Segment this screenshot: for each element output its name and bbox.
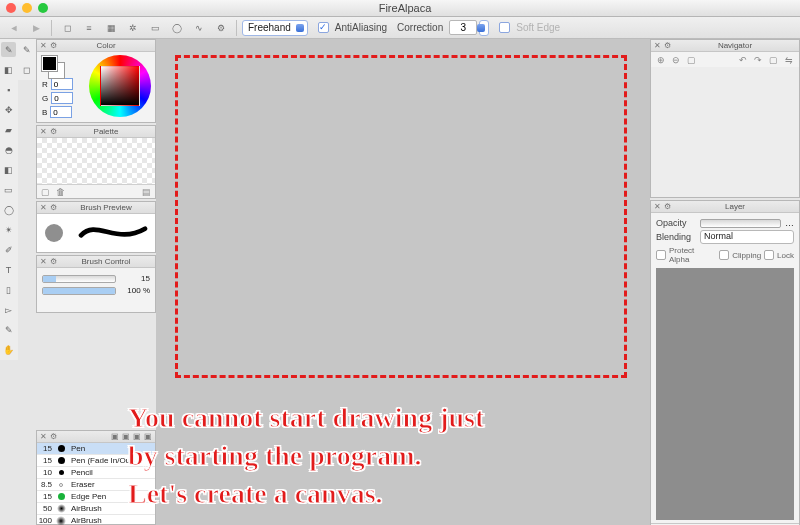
panel-header[interactable]: ✕ ⚙ Palette (37, 126, 155, 138)
blending-label: Blending (656, 232, 696, 242)
bucket-tool[interactable]: ◓ (1, 142, 16, 157)
correction-stepper[interactable] (479, 20, 489, 36)
brush-size-value: 15 (120, 274, 150, 283)
snap-parallel-icon[interactable]: ≡ (79, 19, 99, 37)
brush-tool-alt[interactable]: ✎ (19, 42, 34, 57)
dot-tool[interactable]: ▪ (1, 82, 16, 97)
trash-icon[interactable]: 🗑 (56, 187, 65, 197)
brush-opacity-slider[interactable] (42, 287, 116, 295)
color-swatch[interactable] (42, 56, 64, 78)
gear-icon[interactable]: ⚙ (50, 203, 57, 212)
annotation-text: You cannot start drawing just by startin… (128, 399, 484, 512)
snap-ellipse-icon[interactable]: ◯ (167, 19, 187, 37)
panel-header[interactable]: ✕ ⚙ Color (37, 40, 155, 52)
blending-select[interactable]: Normal (700, 230, 794, 244)
snap-vanish-icon[interactable]: ▭ (145, 19, 165, 37)
menu-icon[interactable]: ▤ (142, 187, 151, 197)
close-icon[interactable]: ✕ (40, 203, 47, 212)
left-panels: ✕ ⚙ Color R G B ✕ ⚙ Palette ▢ 🗑 (36, 39, 156, 315)
option-bar: ◄ ▶ ◻ ≡ ▦ ✲ ▭ ◯ ∿ ⚙ Freehand ✓ AntiAlias… (0, 17, 800, 39)
panel-header[interactable]: ✕ ⚙ Brush Control (37, 256, 155, 268)
snap-grid-icon[interactable]: ▦ (101, 19, 121, 37)
antialias-checkbox[interactable]: ✓ (318, 22, 329, 33)
shape-tool[interactable]: ◻ (19, 62, 34, 77)
rotate-reset-icon[interactable]: ▢ (769, 55, 778, 65)
zoom-out-icon[interactable]: ⊖ (672, 55, 680, 65)
softedge-checkbox[interactable]: ✓ (499, 22, 510, 33)
window-zoom-button[interactable] (38, 3, 48, 13)
close-icon[interactable]: ✕ (40, 127, 47, 136)
clipping-checkbox[interactable] (719, 250, 729, 260)
rotate-right-icon[interactable]: ↷ (754, 55, 762, 65)
select-wand-tool[interactable]: ✴ (1, 222, 16, 237)
close-icon[interactable]: ✕ (40, 432, 47, 441)
snap-curve-icon[interactable]: ∿ (189, 19, 209, 37)
window-minimize-button[interactable] (22, 3, 32, 13)
snap-config-icon[interactable]: ⚙ (211, 19, 231, 37)
layer-opacity-slider[interactable] (700, 219, 781, 228)
palette-panel: ✕ ⚙ Palette ▢ 🗑 ▤ (36, 125, 156, 199)
select-rect-tool[interactable]: ▭ (1, 182, 16, 197)
hand-tool[interactable]: ✋ (1, 342, 16, 357)
rotate-left-icon[interactable]: ↶ (739, 55, 747, 65)
panel-header[interactable]: ✕ ⚙ Navigator (651, 40, 799, 52)
close-icon[interactable]: ✕ (40, 41, 47, 50)
r-input[interactable] (51, 78, 73, 90)
text-tool[interactable]: T (1, 262, 16, 277)
panel-header[interactable]: ✕ ⚙ Brush Preview (37, 202, 155, 214)
audio-prev-icon: ◄ (4, 19, 24, 37)
play-icon: ▶ (26, 19, 46, 37)
brush-preview-panel: ✕ ⚙ Brush Preview (36, 201, 156, 253)
gear-icon[interactable]: ⚙ (50, 257, 57, 266)
zoom-fit-icon[interactable]: ▢ (687, 55, 696, 65)
flip-icon[interactable]: ⇋ (785, 55, 793, 65)
eyedropper-tool[interactable]: ✎ (1, 322, 16, 337)
brush-size-slider[interactable] (42, 275, 116, 283)
g-input[interactable] (51, 92, 73, 104)
eraser-tool[interactable]: ◧ (1, 62, 16, 77)
brush-tool[interactable]: ✎ (1, 42, 16, 57)
brush-preview-dot (45, 224, 63, 242)
close-icon[interactable]: ✕ (40, 257, 47, 266)
add-icon[interactable]: ▢ (41, 187, 50, 197)
zoom-in-icon[interactable]: ⊕ (657, 55, 665, 65)
draw-mode-select[interactable]: Freehand (242, 20, 308, 36)
brush-add-icon[interactable]: ▣ (111, 432, 119, 441)
tool-column-2: ✎ ◻ (18, 39, 36, 80)
color-square[interactable] (100, 66, 140, 106)
app-title: FireAlpaca (48, 2, 762, 14)
select-lasso-tool[interactable]: ◯ (1, 202, 16, 217)
snap-off-icon[interactable]: ◻ (57, 19, 77, 37)
separator (236, 20, 237, 36)
close-icon[interactable]: ✕ (654, 202, 661, 211)
color-wheel[interactable] (89, 55, 151, 117)
gear-icon[interactable]: ⚙ (664, 41, 671, 50)
protect-alpha-checkbox[interactable] (656, 250, 666, 260)
gear-icon[interactable]: ⚙ (50, 127, 57, 136)
brush-list-item[interactable]: 100AirBrush (37, 515, 155, 525)
correction-input[interactable] (449, 20, 477, 35)
window-close-button[interactable] (6, 3, 16, 13)
snap-radial-icon[interactable]: ✲ (123, 19, 143, 37)
close-icon[interactable]: ✕ (654, 41, 661, 50)
gear-icon[interactable]: ⚙ (50, 41, 57, 50)
r-label: R (42, 80, 48, 89)
lock-checkbox[interactable] (764, 250, 774, 260)
gradient-tool[interactable]: ◧ (1, 162, 16, 177)
move-tool[interactable]: ✥ (1, 102, 16, 117)
antialias-label: AntiAliasing (335, 22, 387, 33)
fill-tool[interactable]: ▰ (1, 122, 16, 137)
panel-header[interactable]: ✕ ⚙ Layer (651, 201, 799, 213)
layer-list-area[interactable] (656, 268, 794, 520)
object-tool[interactable]: ▻ (1, 302, 16, 317)
brush-size-fill (43, 276, 56, 282)
palette-body[interactable] (37, 138, 155, 184)
softedge-label: Soft Edge (516, 22, 560, 33)
protect-alpha-label: Protect Alpha (669, 246, 716, 264)
gear-icon[interactable]: ⚙ (664, 202, 671, 211)
divide-tool[interactable]: ▯ (1, 282, 16, 297)
b-input[interactable] (50, 106, 72, 118)
color-body: R G B (37, 52, 155, 122)
select-pen-tool[interactable]: ✐ (1, 242, 16, 257)
gear-icon[interactable]: ⚙ (50, 432, 57, 441)
